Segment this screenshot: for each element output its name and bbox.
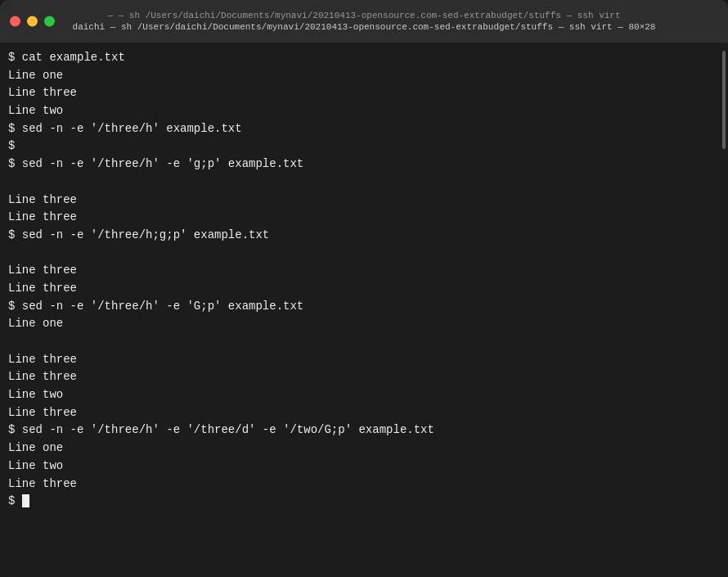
titlebar: — — sh /Users/daichi/Documents/mynavi/20… [0, 0, 728, 43]
terminal-line: Line three [8, 84, 720, 102]
window-subtitle: — — sh /Users/daichi/Documents/mynavi/20… [107, 11, 620, 20]
close-button[interactable] [10, 16, 20, 27]
terminal-line: Line two [8, 458, 720, 476]
terminal-line: Line three [8, 404, 720, 422]
minimize-button[interactable] [27, 16, 38, 27]
terminal-content[interactable]: $ cat example.txt Line one Line three Li… [0, 43, 728, 577]
scrollbar[interactable] [721, 43, 726, 577]
terminal-line: $ cat example.txt [8, 49, 720, 67]
terminal-line: Line one [8, 440, 720, 458]
maximize-button[interactable] [44, 16, 55, 27]
traffic-lights [10, 16, 55, 27]
terminal-line: Line three [8, 262, 720, 280]
terminal-line: Line three [8, 476, 720, 494]
terminal-line: Line one [8, 315, 720, 333]
terminal-line-empty [8, 245, 720, 263]
terminal-prompt[interactable]: $ [8, 493, 720, 511]
terminal-line: $ sed -n -e '/three/h' -e '/three/d' -e … [8, 421, 720, 440]
terminal-line-empty [8, 333, 720, 351]
terminal-line-empty [8, 174, 720, 192]
terminal-window: — — sh /Users/daichi/Documents/mynavi/20… [0, 0, 728, 577]
terminal-line: $ sed -n -e '/three/h;g;p' example.txt [8, 227, 720, 245]
terminal-line: $ sed -n -e '/three/h' -e 'g;p' example.… [8, 156, 720, 174]
cursor [22, 494, 29, 507]
window-title: daichi — sh /Users/daichi/Documents/myna… [73, 22, 656, 32]
terminal-line: $ sed -n -e '/three/h' example.txt [8, 120, 720, 138]
terminal-line: Line two [8, 386, 720, 404]
terminal-line: Line three [8, 368, 720, 386]
scrollbar-thumb[interactable] [722, 51, 726, 149]
terminal-line: Line two [8, 102, 720, 120]
terminal-line: Line three [8, 209, 720, 227]
terminal-line: Line one [8, 67, 720, 85]
terminal-line: Line three [8, 351, 720, 369]
terminal-line: Line three [8, 192, 720, 210]
terminal-line: $ [8, 137, 720, 156]
terminal-line: Line three [8, 280, 720, 298]
terminal-line: $ sed -n -e '/three/h' -e 'G;p' example.… [8, 298, 720, 316]
